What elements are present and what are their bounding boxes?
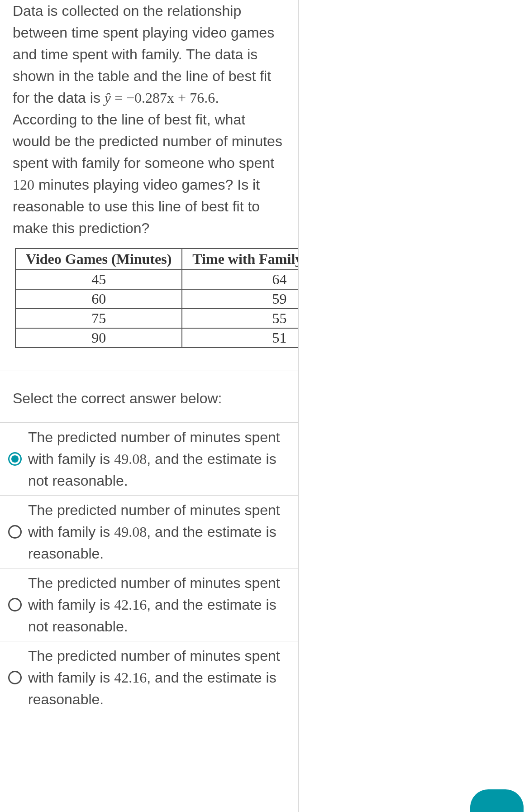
action-button[interactable]: [470, 789, 524, 812]
question-text: Data is collected on the relationship be…: [0, 0, 298, 248]
cell-fam: 51: [182, 328, 298, 348]
table-header-videogames: Video Games (Minutes): [15, 248, 182, 270]
answer-number: 42.16: [114, 597, 147, 613]
radio-icon: [8, 671, 22, 684]
select-prompt: Select the correct answer below:: [0, 371, 298, 422]
answer-text: The predicted number of minutes spent wi…: [28, 499, 286, 564]
equation-equals: =: [111, 90, 126, 106]
answer-option-3[interactable]: The predicted number of minutes spent wi…: [0, 568, 298, 641]
cell-fam: 55: [182, 309, 298, 328]
answer-option-4[interactable]: The predicted number of minutes spent wi…: [0, 641, 298, 714]
table-row: 90 51: [15, 328, 298, 348]
answer-number: 42.16: [114, 669, 147, 686]
answer-text: The predicted number of minutes spent wi…: [28, 645, 286, 710]
answer-text: The predicted number of minutes spent wi…: [28, 426, 286, 492]
table-header-family: Time with Family (Minutes): [182, 248, 298, 270]
table-row: 45 64: [15, 270, 298, 289]
answer-number: 49.08: [114, 451, 147, 467]
radio-icon: [8, 525, 22, 539]
radio-icon: [8, 452, 22, 466]
cell-vg: 90: [15, 328, 182, 348]
cell-vg: 60: [15, 289, 182, 309]
data-table-container: Video Games (Minutes) Time with Family (…: [0, 248, 298, 348]
question-part-3: minutes playing video games? Is it reaso…: [13, 177, 260, 236]
table-header-row: Video Games (Minutes) Time with Family (…: [15, 248, 298, 270]
cell-fam: 59: [182, 289, 298, 309]
equation-rhs: −0.287x + 76.6: [126, 90, 215, 106]
radio-icon: [8, 598, 22, 611]
cell-fam: 64: [182, 270, 298, 289]
question-panel: Data is collected on the relationship be…: [0, 0, 299, 812]
table-row: 60 59: [15, 289, 298, 309]
cell-vg: 45: [15, 270, 182, 289]
answer-list: The predicted number of minutes spent wi…: [0, 422, 298, 714]
table-row: 75 55: [15, 309, 298, 328]
equation-lhs: ŷ: [105, 90, 111, 106]
data-table: Video Games (Minutes) Time with Family (…: [15, 248, 298, 348]
minutes-value: 120: [13, 177, 34, 193]
cell-vg: 75: [15, 309, 182, 328]
answer-number: 49.08: [114, 524, 147, 540]
answer-option-1[interactable]: The predicted number of minutes spent wi…: [0, 423, 298, 496]
answer-option-2[interactable]: The predicted number of minutes spent wi…: [0, 496, 298, 568]
answer-text: The predicted number of minutes spent wi…: [28, 572, 286, 637]
